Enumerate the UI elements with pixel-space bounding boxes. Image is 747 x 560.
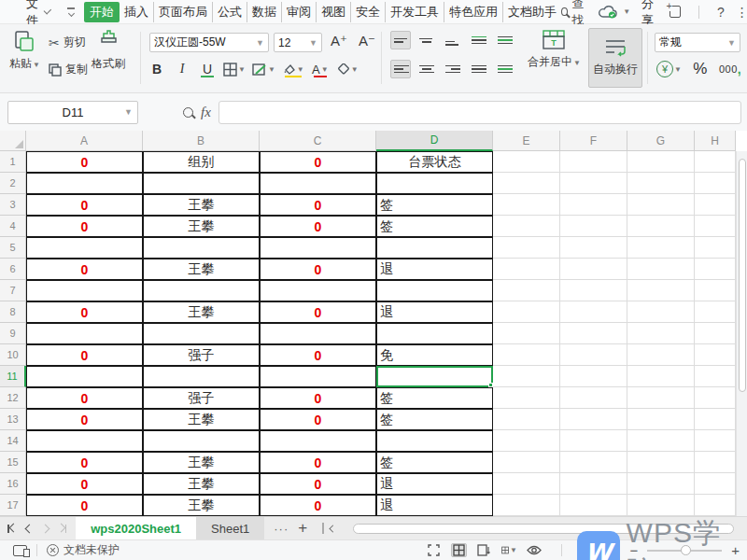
cell-D4[interactable]: 签 bbox=[376, 216, 493, 237]
column-header-H[interactable]: H bbox=[695, 131, 736, 151]
tab-开发工具[interactable]: 开发工具 bbox=[386, 2, 444, 22]
cell-E9[interactable] bbox=[493, 323, 560, 344]
cell-F13[interactable] bbox=[560, 409, 627, 430]
cell-C1[interactable]: 0 bbox=[260, 151, 376, 173]
row-header-8[interactable]: 8 bbox=[0, 301, 26, 323]
cell-B11[interactable] bbox=[143, 366, 260, 387]
cell-C14[interactable] bbox=[260, 430, 376, 452]
spotlight-icon[interactable] bbox=[183, 107, 193, 118]
increase-indent-button[interactable] bbox=[495, 31, 515, 49]
cell-H12[interactable] bbox=[695, 387, 736, 409]
tab-文档助手[interactable]: 文档助手 bbox=[503, 2, 561, 22]
tab-数据[interactable]: 数据 bbox=[247, 2, 282, 22]
align-left-button[interactable] bbox=[390, 60, 411, 78]
cell-A5[interactable] bbox=[26, 237, 143, 259]
page-layout-view-button[interactable]: ▼ bbox=[501, 543, 517, 557]
cell-E7[interactable] bbox=[493, 280, 560, 301]
first-sheet-button[interactable] bbox=[7, 525, 17, 533]
tab-splitter[interactable] bbox=[322, 523, 324, 534]
cell-G3[interactable] bbox=[627, 194, 695, 216]
sheet-tab-wps2020Sheet1[interactable]: wps2020Sheet1 bbox=[76, 517, 196, 540]
select-all-corner[interactable] bbox=[0, 131, 26, 151]
cell-B13[interactable]: 王攀 bbox=[143, 409, 260, 430]
tab-安全[interactable]: 安全 bbox=[351, 2, 386, 22]
cell-E16[interactable] bbox=[493, 473, 560, 495]
cell-E17[interactable] bbox=[493, 495, 560, 516]
cell-A8[interactable]: 0 bbox=[26, 301, 143, 323]
cell-H5[interactable] bbox=[695, 237, 736, 259]
cell-F1[interactable] bbox=[560, 151, 627, 173]
cell-D5[interactable] bbox=[376, 237, 493, 259]
copy-button[interactable]: 复制 bbox=[49, 62, 88, 77]
cell-F8[interactable] bbox=[560, 301, 627, 323]
cell-G16[interactable] bbox=[627, 473, 695, 495]
cell-B7[interactable] bbox=[143, 280, 260, 301]
align-bottom-button[interactable] bbox=[443, 31, 463, 49]
previous-sheet-button[interactable] bbox=[24, 524, 34, 533]
clear-format-button[interactable]: ▼ bbox=[336, 60, 359, 78]
row-header-6[interactable]: 6 bbox=[0, 259, 26, 280]
cell-D16[interactable]: 退 bbox=[376, 473, 493, 495]
cell-H1[interactable] bbox=[695, 151, 736, 173]
fill-color-button[interactable]: ▼ bbox=[282, 60, 304, 78]
cell-E11[interactable] bbox=[493, 366, 560, 387]
currency-format-button[interactable]: ¥ ▼ bbox=[656, 60, 682, 78]
cell-E15[interactable] bbox=[493, 452, 560, 473]
name-box[interactable]: D11 ▼ bbox=[7, 101, 138, 124]
cell-B10[interactable]: 强子 bbox=[143, 344, 260, 366]
cell-G11[interactable] bbox=[627, 366, 695, 387]
cell-H8[interactable] bbox=[695, 301, 736, 323]
cell-D6[interactable]: 退 bbox=[376, 259, 493, 280]
cell-E4[interactable] bbox=[493, 216, 560, 237]
cell-D17[interactable]: 退 bbox=[376, 495, 493, 516]
column-header-E[interactable]: E bbox=[493, 131, 560, 151]
paste-button[interactable]: 粘贴▼ bbox=[9, 29, 40, 72]
column-header-F[interactable]: F bbox=[560, 131, 627, 151]
cell-A15[interactable]: 0 bbox=[26, 452, 143, 473]
cell-G12[interactable] bbox=[627, 387, 695, 409]
vertical-scrollbar-thumb[interactable] bbox=[739, 159, 746, 392]
column-header-A[interactable]: A bbox=[26, 131, 143, 151]
cell-A2[interactable] bbox=[26, 173, 143, 194]
borders-button[interactable]: ▼ bbox=[223, 60, 246, 78]
cell-A3[interactable]: 0 bbox=[26, 194, 143, 216]
cell-F14[interactable] bbox=[560, 430, 627, 452]
cell-D14[interactable] bbox=[376, 430, 493, 452]
row-header-2[interactable]: 2 bbox=[0, 173, 26, 194]
new-window-icon[interactable] bbox=[669, 6, 681, 18]
cell-B17[interactable]: 王攀 bbox=[143, 495, 260, 516]
font-color-button[interactable]: A ▼ bbox=[311, 60, 330, 78]
more-options-button[interactable]: ⋮ bbox=[736, 5, 747, 20]
cell-E2[interactable] bbox=[493, 173, 560, 194]
cell-C6[interactable]: 0 bbox=[260, 259, 376, 280]
cell-G8[interactable] bbox=[627, 301, 695, 323]
distribute-button[interactable] bbox=[495, 60, 515, 78]
cell-E5[interactable] bbox=[493, 237, 560, 259]
cell-G2[interactable] bbox=[627, 173, 695, 194]
normal-view-button[interactable] bbox=[451, 543, 467, 557]
row-header-1[interactable]: 1 bbox=[0, 151, 26, 173]
cell-F12[interactable] bbox=[560, 387, 627, 409]
align-center-button[interactable] bbox=[416, 60, 437, 78]
cell-D9[interactable] bbox=[376, 323, 493, 344]
cell-C5[interactable] bbox=[260, 237, 376, 259]
row-header-11[interactable]: 11 bbox=[0, 366, 26, 387]
cell-A12[interactable]: 0 bbox=[26, 387, 143, 409]
cell-G5[interactable] bbox=[627, 237, 695, 259]
cell-H2[interactable] bbox=[695, 173, 736, 194]
cell-H4[interactable] bbox=[695, 216, 736, 237]
cell-E13[interactable] bbox=[493, 409, 560, 430]
cell-E1[interactable] bbox=[493, 151, 560, 173]
cell-G13[interactable] bbox=[627, 409, 695, 430]
cell-C7[interactable] bbox=[260, 280, 376, 301]
row-header-15[interactable]: 15 bbox=[0, 452, 26, 473]
cell-C15[interactable]: 0 bbox=[260, 452, 376, 473]
cell-G1[interactable] bbox=[627, 151, 695, 173]
tab-插入[interactable]: 插入 bbox=[120, 2, 154, 22]
vertical-scrollbar[interactable] bbox=[736, 151, 747, 516]
cell-B5[interactable] bbox=[143, 237, 260, 259]
wrap-text-button[interactable]: 自动换行 bbox=[588, 28, 642, 88]
tab-审阅[interactable]: 审阅 bbox=[282, 2, 317, 22]
row-header-17[interactable]: 17 bbox=[0, 495, 26, 516]
row-header-10[interactable]: 10 bbox=[0, 344, 26, 366]
